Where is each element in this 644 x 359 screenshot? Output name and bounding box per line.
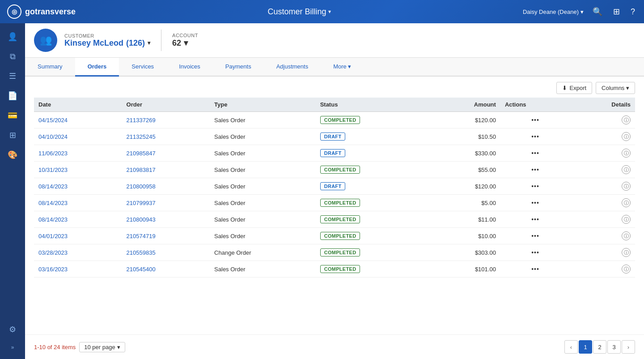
export-button[interactable]: ⬇ Export xyxy=(556,82,593,94)
cell-date[interactable]: 11/06/2023 xyxy=(34,145,122,162)
page-1-button[interactable]: 1 xyxy=(579,340,592,354)
page-3-button[interactable]: 3 xyxy=(607,340,621,354)
actions-menu-button[interactable]: ••• xyxy=(531,166,539,173)
cell-details[interactable]: ⓘ xyxy=(570,261,635,278)
cell-details[interactable]: ⓘ xyxy=(570,145,635,162)
cell-amount: $330.00 xyxy=(429,145,500,162)
sidebar-item-list[interactable]: ☰ xyxy=(4,67,21,85)
cell-date[interactable]: 08/14/2023 xyxy=(34,178,122,195)
tab-services[interactable]: Services xyxy=(119,58,166,77)
info-button[interactable]: ⓘ xyxy=(622,198,631,207)
info-button[interactable]: ⓘ xyxy=(622,149,631,158)
cell-actions[interactable]: ••• xyxy=(500,261,570,278)
cell-date[interactable]: 10/31/2023 xyxy=(34,162,122,178)
cell-date[interactable]: 03/16/2023 xyxy=(34,261,122,278)
cell-actions[interactable]: ••• xyxy=(500,178,570,195)
actions-menu-button[interactable]: ••• xyxy=(531,116,539,124)
cell-actions[interactable]: ••• xyxy=(500,128,570,145)
cell-order[interactable]: 210545400 xyxy=(122,261,210,278)
status-badge: COMPLETED xyxy=(320,248,360,256)
customer-caret-icon[interactable]: ▾ xyxy=(148,40,150,46)
tab-more[interactable]: More ▾ xyxy=(321,58,364,77)
cell-actions[interactable]: ••• xyxy=(500,145,570,162)
cell-order[interactable]: 210574719 xyxy=(122,228,210,244)
sidebar-item-customers[interactable]: 👤 xyxy=(4,28,21,46)
cell-order[interactable]: 210799937 xyxy=(122,195,210,211)
orders-table: Date Order Type Status Amount Actions De… xyxy=(34,98,635,278)
cell-order[interactable]: 211337269 xyxy=(122,112,210,128)
cell-order[interactable]: 210983817 xyxy=(122,162,210,178)
cell-actions[interactable]: ••• xyxy=(500,112,570,128)
sidebar-item-grid[interactable]: ⊞ xyxy=(4,126,21,144)
sidebar-item-card[interactable]: 💳 xyxy=(4,107,21,124)
actions-menu-button[interactable]: ••• xyxy=(531,183,539,190)
cell-actions[interactable]: ••• xyxy=(500,162,570,178)
cell-actions[interactable]: ••• xyxy=(500,195,570,211)
info-button[interactable]: ⓘ xyxy=(622,132,631,141)
tab-payments[interactable]: Payments xyxy=(213,58,264,77)
cell-order[interactable]: 210800958 xyxy=(122,178,210,195)
info-button[interactable]: ⓘ xyxy=(622,182,631,191)
sidebar-item-document[interactable]: 📄 xyxy=(4,87,21,105)
cell-details[interactable]: ⓘ xyxy=(570,128,635,145)
prev-page-button[interactable]: ‹ xyxy=(564,340,578,354)
actions-menu-button[interactable]: ••• xyxy=(531,150,539,157)
user-menu-button[interactable]: Daisy Deane (Deane) ▾ xyxy=(523,9,584,15)
tab-adjustments[interactable]: Adjustments xyxy=(264,58,321,77)
actions-menu-button[interactable]: ••• xyxy=(531,133,539,140)
table-row: 10/31/2023 210983817 Sales Order COMPLET… xyxy=(34,162,635,178)
per-page-selector[interactable]: 10 per page ▾ xyxy=(79,342,125,352)
sidebar-item-copy[interactable]: ⧉ xyxy=(4,47,21,65)
sidebar-item-settings[interactable]: ⚙ xyxy=(4,321,21,338)
cell-date[interactable]: 08/14/2023 xyxy=(34,211,122,228)
cell-order[interactable]: 211325245 xyxy=(122,128,210,145)
info-button[interactable]: ⓘ xyxy=(622,248,631,257)
cell-date[interactable]: 04/01/2023 xyxy=(34,228,122,244)
cell-type: Sales Order xyxy=(210,145,316,162)
cell-order[interactable]: 210559835 xyxy=(122,244,210,261)
search-button[interactable]: 🔍 xyxy=(591,5,604,18)
grid-menu-button[interactable]: ⊞ xyxy=(611,5,622,18)
cell-details[interactable]: ⓘ xyxy=(570,112,635,128)
cell-date[interactable]: 04/10/2024 xyxy=(34,128,122,145)
cell-order[interactable]: 210985847 xyxy=(122,145,210,162)
tab-summary[interactable]: Summary xyxy=(25,58,75,77)
cell-order[interactable]: 210800943 xyxy=(122,211,210,228)
cell-details[interactable]: ⓘ xyxy=(570,228,635,244)
cell-details[interactable]: ⓘ xyxy=(570,162,635,178)
actions-menu-button[interactable]: ••• xyxy=(531,216,539,223)
cell-actions[interactable]: ••• xyxy=(500,211,570,228)
columns-button[interactable]: Columns ▾ xyxy=(596,82,635,94)
info-button[interactable]: ⓘ xyxy=(622,231,631,240)
actions-menu-button[interactable]: ••• xyxy=(531,199,539,206)
account-number-text: 62 xyxy=(172,38,181,48)
info-button[interactable]: ⓘ xyxy=(622,215,631,224)
actions-menu-button[interactable]: ••• xyxy=(531,265,539,273)
help-button[interactable]: ? xyxy=(629,5,637,18)
actions-menu-button[interactable]: ••• xyxy=(531,232,539,239)
sidebar-expand-button[interactable]: » xyxy=(4,341,21,354)
page-2-button[interactable]: 2 xyxy=(593,340,606,354)
tab-orders[interactable]: Orders xyxy=(75,58,119,77)
tab-invoices[interactable]: Invoices xyxy=(166,58,213,77)
cell-details[interactable]: ⓘ xyxy=(570,178,635,195)
cell-date[interactable]: 08/14/2023 xyxy=(34,195,122,211)
sidebar-item-palette[interactable]: 🎨 xyxy=(4,146,21,164)
cell-actions[interactable]: ••• xyxy=(500,228,570,244)
app-logo[interactable]: ◎ gotransverse xyxy=(7,4,76,19)
info-button[interactable]: ⓘ xyxy=(622,115,631,124)
cell-date[interactable]: 04/15/2024 xyxy=(34,112,122,128)
col-order: Order xyxy=(122,98,210,112)
cell-actions[interactable]: ••• xyxy=(500,244,570,261)
info-button[interactable]: ⓘ xyxy=(622,265,631,274)
cell-details[interactable]: ⓘ xyxy=(570,211,635,228)
info-button[interactable]: ⓘ xyxy=(622,165,631,174)
actions-menu-button[interactable]: ••• xyxy=(531,249,539,256)
cell-type: Sales Order xyxy=(210,162,316,178)
cell-date[interactable]: 03/28/2023 xyxy=(34,244,122,261)
next-page-button[interactable]: › xyxy=(622,340,635,354)
app-title-button[interactable]: Customer Billing ▾ xyxy=(267,7,330,17)
account-number-button[interactable]: 62 ▾ xyxy=(172,38,198,48)
cell-details[interactable]: ⓘ xyxy=(570,244,635,261)
cell-details[interactable]: ⓘ xyxy=(570,195,635,211)
